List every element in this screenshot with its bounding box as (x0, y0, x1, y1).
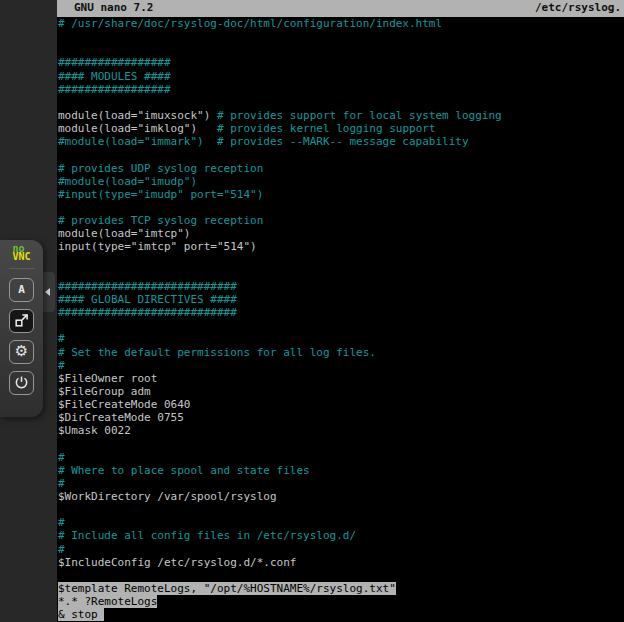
terminal-text-segment: input(type="imtcp" port="514") (58, 240, 257, 253)
terminal-line: # (57, 332, 624, 345)
terminal-text-segment: $FileCreateMode 0640 (58, 398, 190, 411)
terminal-line: $WorkDirectory /var/spool/rsyslog (57, 490, 624, 503)
terminal-line (57, 201, 624, 214)
terminal-text-segment: #input(type="imudp" port="514") (58, 188, 263, 201)
terminal-line: $IncludeConfig /etc/rsyslog.d/*.conf (57, 556, 624, 569)
terminal-text-segment: # Include all config files in /etc/rsysl… (58, 529, 356, 542)
terminal-text-segment: ################# (58, 83, 171, 96)
terminal-line: # provides TCP syslog reception (57, 214, 624, 227)
power-button[interactable] (9, 371, 34, 395)
terminal-line: module(load="imtcp") (57, 227, 624, 240)
terminal-text-segment: $FileOwner root (58, 372, 157, 385)
terminal-line: $template RemoteLogs, "/opt/%HOSTNAME%/r… (57, 582, 624, 595)
extra-keys-button[interactable]: A (9, 278, 34, 302)
terminal-line: # Include all config files in /etc/rsysl… (57, 529, 624, 542)
chevron-left-icon (45, 288, 50, 296)
terminal-line: $FileOwner root (57, 372, 624, 385)
nano-titlebar: GNU nano 7.2 /etc/rsyslog. (57, 0, 624, 17)
terminal-screen[interactable]: # /usr/share/doc/rsyslog-doc/html/config… (57, 17, 624, 622)
terminal-line: # (57, 543, 624, 556)
terminal-line (57, 148, 624, 161)
terminal-line: $Umask 0022 (57, 424, 624, 437)
terminal-text-segment: # (58, 543, 65, 556)
terminal-line: # (57, 359, 624, 372)
nano-filename: /etc/rsyslog. (535, 0, 621, 17)
terminal-line (57, 43, 624, 56)
terminal-text-segment: #### GLOBAL DIRECTIVES #### (58, 293, 237, 306)
terminal-text-segment: $IncludeConfig /etc/rsyslog.d/*.conf (58, 556, 296, 569)
terminal-line: ########################### (57, 306, 624, 319)
terminal-line (57, 30, 624, 43)
terminal-line (57, 503, 624, 516)
terminal-line: # /usr/share/doc/rsyslog-doc/html/config… (57, 17, 624, 30)
terminal-line: # (57, 451, 624, 464)
terminal-line (57, 267, 624, 280)
terminal-text-segment: ################# (58, 56, 171, 69)
terminal-line: # provides UDP syslog reception (57, 162, 624, 175)
novnc-logo: no VNC (12, 245, 30, 261)
terminal-text-segment: # provides UDP syslog reception (58, 162, 263, 175)
terminal-text-segment: module(load="imklog") (58, 122, 217, 135)
terminal-text-segment: # (58, 451, 65, 464)
keyboard-a-icon: A (18, 283, 25, 296)
terminal-text-segment: # Set the default permissions for all lo… (58, 346, 376, 359)
terminal-line (57, 319, 624, 332)
power-icon (14, 375, 29, 390)
terminal-text-segment: $template RemoteLogs, "/opt/%HOSTNAME%/r… (58, 582, 396, 595)
vnc-control-bar: no VNC A ⚙ (0, 240, 43, 417)
terminal-text-segment: $FileGroup adm (58, 385, 151, 398)
terminal-line: #### MODULES #### (57, 70, 624, 83)
terminal-line: # (57, 516, 624, 529)
terminal-text-segment: # /usr/share/doc/rsyslog-doc/html/config… (58, 17, 442, 30)
terminal-text-segment: *.* ?RemoteLogs (58, 595, 157, 608)
terminal-line: $FileCreateMode 0640 (57, 398, 624, 411)
gear-icon: ⚙ (15, 344, 28, 359)
terminal-line: $DirCreateMode 0755 (57, 411, 624, 424)
terminal-text-segment: $WorkDirectory /var/spool/rsyslog (58, 490, 277, 503)
fullscreen-icon (14, 313, 29, 328)
terminal-line: input(type="imtcp" port="514") (57, 240, 624, 253)
terminal-line (57, 254, 624, 267)
terminal-line (57, 569, 624, 582)
terminal-line: #module(load="immark") # provides --MARK… (57, 135, 624, 148)
fullscreen-button[interactable] (9, 309, 34, 333)
terminal-text-segment: $DirCreateMode 0755 (58, 411, 184, 424)
terminal-line (57, 438, 624, 451)
terminal-text-segment: #module(load="imudp") (58, 175, 197, 188)
terminal-text-segment: # provides kernel logging support (217, 122, 436, 135)
terminal-line: # (57, 477, 624, 490)
terminal-line: # Where to place spool and state files (57, 464, 624, 477)
terminal-line: #input(type="imudp" port="514") (57, 188, 624, 201)
terminal-text-segment: module(load="imuxsock") (58, 109, 217, 122)
terminal-text-segment: module(load="imtcp") (58, 227, 190, 240)
terminal-text-segment: ########################### (58, 280, 237, 293)
terminal-line: *.* ?RemoteLogs (57, 595, 624, 608)
terminal-text-segment: # (58, 359, 65, 372)
terminal-line: module(load="imklog") # provides kernel … (57, 122, 624, 135)
terminal-text-segment: # (58, 516, 65, 529)
terminal-text-segment: #### MODULES #### (58, 70, 171, 83)
terminal-line: ################# (57, 83, 624, 96)
terminal-text-segment: # Where to place spool and state files (58, 464, 310, 477)
terminal-line (57, 96, 624, 109)
terminal-text-segment: # provides support for local system logg… (217, 109, 502, 122)
settings-button[interactable]: ⚙ (9, 340, 34, 364)
panel-separator (9, 268, 35, 269)
terminal-text-segment: & stop (58, 608, 104, 621)
terminal-text-segment: $Umask 0022 (58, 424, 131, 437)
terminal-text-segment: # (58, 477, 65, 490)
terminal-text-segment: ########################### (58, 306, 237, 319)
terminal-line: $FileGroup adm (57, 385, 624, 398)
terminal-text-segment: #module(load="immark") # provides --MARK… (58, 135, 469, 148)
terminal-line: module(load="imuxsock") # provides suppo… (57, 109, 624, 122)
terminal-text-segment: # provides TCP syslog reception (58, 214, 263, 227)
terminal-line: ########################### (57, 280, 624, 293)
terminal-line: # Set the default permissions for all lo… (57, 346, 624, 359)
screen: { "titlebar": { "app": "GNU nano 7.2", "… (0, 0, 624, 622)
terminal-text-segment: # (58, 332, 65, 345)
novnc-logo-vnc: VNC (12, 253, 30, 261)
terminal-line: & stop (57, 608, 624, 621)
terminal-line: #### GLOBAL DIRECTIVES #### (57, 293, 624, 306)
terminal-line: #module(load="imudp") (57, 175, 624, 188)
terminal-line: ################# (57, 56, 624, 69)
